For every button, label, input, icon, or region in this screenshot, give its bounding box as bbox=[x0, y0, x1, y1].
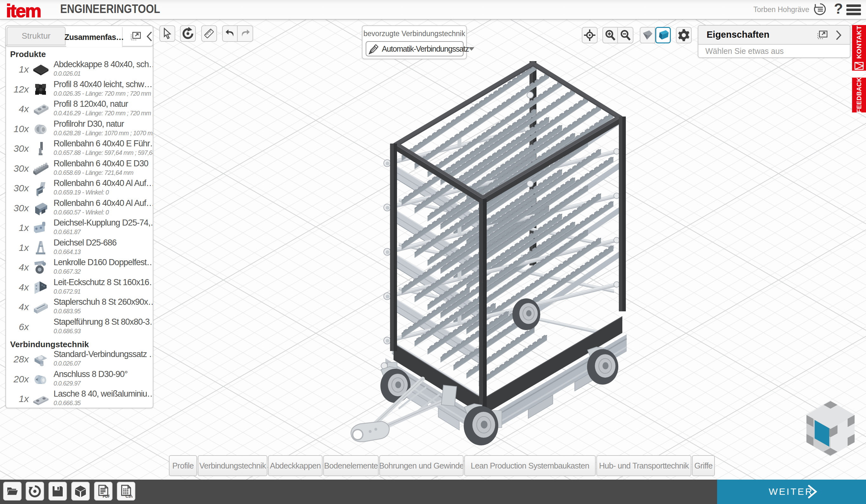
svg-text:CSV: CSV bbox=[125, 494, 132, 498]
svg-text:PDF: PDF bbox=[103, 494, 110, 498]
